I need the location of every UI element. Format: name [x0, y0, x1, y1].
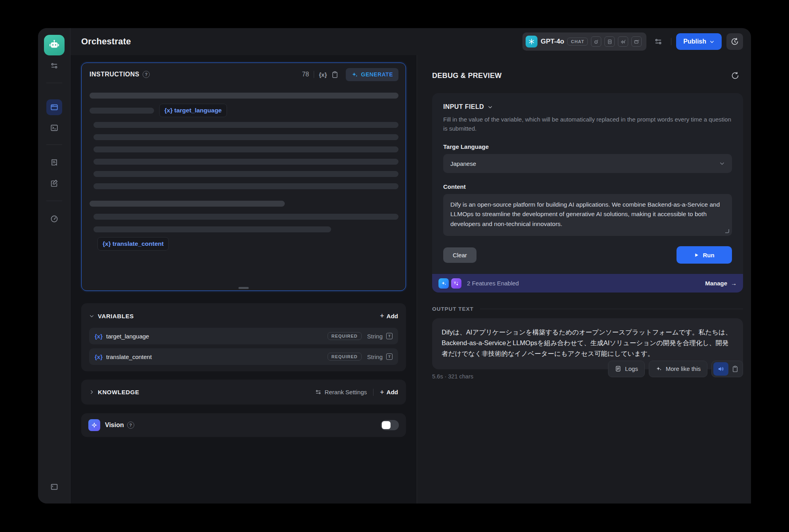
content-label: Content — [443, 183, 732, 190]
string-type-icon: T — [386, 333, 393, 339]
sidebar-item-annotation[interactable] — [46, 175, 62, 191]
sidebar — [38, 28, 71, 504]
text-to-speech-feature-icon: T — [451, 278, 461, 289]
plus-icon: + — [380, 312, 384, 319]
svg-text:T: T — [454, 281, 456, 285]
output-text-title: OUTPUT TEXT — [432, 306, 474, 312]
sidebar-item-terminal[interactable] — [46, 120, 62, 136]
divider — [480, 309, 743, 309]
target-language-label: Targe Language — [443, 143, 732, 150]
sidebar-item-monitoring[interactable] — [46, 211, 62, 227]
model-mode-badge: CHAT — [567, 38, 588, 46]
content-textarea[interactable]: Dify is an open-source platform for buil… — [443, 194, 732, 236]
output-text-value: Difyは、AIアプリケーションを構築するためのオープンソースプラットフォームで… — [442, 329, 732, 357]
logs-button[interactable]: Logs — [608, 361, 645, 377]
variable-row[interactable]: {x}translate_contentREQUIREDStringT — [89, 348, 398, 365]
vision-icon — [88, 419, 100, 431]
content-value: Dify is an open-source platform for buil… — [450, 201, 720, 227]
left-canvas: INSTRUCTIONS ? 78 {x} — [71, 55, 417, 504]
input-field-title: INPUT FIELD — [443, 103, 484, 110]
collapse-panel-icon[interactable] — [46, 479, 62, 495]
history-icon[interactable] — [726, 33, 743, 50]
run-button[interactable]: Run — [677, 246, 732, 264]
variable-type: String — [367, 353, 383, 360]
arrow-right-icon: → — [731, 280, 737, 287]
add-knowledge-button[interactable]: + Add — [380, 389, 398, 396]
required-badge: REQUIRED — [328, 332, 362, 340]
play-icon — [694, 253, 699, 258]
audio-actions-group — [711, 361, 743, 377]
variable-brace-icon: {x} — [95, 333, 103, 340]
divider — [314, 71, 314, 78]
app-avatar[interactable] — [44, 35, 65, 55]
prompt-skeleton-line — [93, 226, 331, 232]
prompt-skeleton-line — [90, 108, 154, 114]
clipboard-icon[interactable] — [732, 365, 739, 372]
clear-button[interactable]: Clear — [443, 247, 476, 263]
more-like-this-button[interactable]: More like this — [649, 361, 707, 377]
variable-name: translate_content — [106, 353, 328, 360]
model-params-icon[interactable] — [650, 34, 666, 49]
sidebar-item-orchestrate[interactable] — [46, 99, 62, 115]
generate-button[interactable]: GENERATE — [346, 68, 398, 81]
manage-features-button[interactable]: Manage → — [705, 280, 737, 287]
debug-panel: DEBUG & PREVIEW INPUT FIELD Fill in the … — [417, 55, 751, 504]
input-field-header[interactable]: INPUT FIELD — [443, 103, 732, 110]
sparkles-icon — [351, 71, 358, 78]
app-header: Orchestrate GPT-4o CHAT — [71, 28, 751, 55]
refresh-icon[interactable] — [727, 68, 743, 84]
prompt-skeleton-line — [93, 159, 398, 165]
resize-corner-icon[interactable] — [725, 229, 729, 233]
variables-section: VARIABLES + Add {x}target_languageREQUIR… — [81, 303, 406, 371]
vision-capability-icon — [591, 36, 601, 47]
chevron-down-icon — [709, 39, 715, 44]
audio-capability-icon — [618, 36, 628, 47]
variable-name: target_language — [106, 333, 328, 340]
chevron-down-icon — [488, 104, 493, 110]
variable-row[interactable]: {x}target_languageREQUIREDStringT — [89, 328, 398, 344]
divider — [46, 201, 62, 201]
clipboard-icon[interactable] — [328, 66, 341, 82]
input-field-card: INPUT FIELD Fill in the value of the var… — [432, 93, 743, 293]
divider — [671, 38, 671, 45]
variables-list: {x}target_languageREQUIREDStringT{x}tran… — [89, 328, 398, 365]
chevron-down-icon[interactable] — [89, 314, 94, 319]
knowledge-title: KNOWLEDGE — [98, 389, 139, 395]
document-capability-icon — [604, 36, 615, 47]
variable-chip-translate-content[interactable]: {x} translate_content — [97, 237, 169, 251]
speaker-icon[interactable] — [713, 362, 728, 376]
model-selector[interactable]: GPT-4o CHAT — [522, 32, 646, 51]
tune-icon[interactable] — [46, 58, 62, 74]
logs-icon — [615, 365, 621, 372]
publish-button[interactable]: Publish — [676, 33, 722, 50]
chevron-down-icon — [719, 161, 725, 166]
rerank-settings-button[interactable]: Rerank Settings — [315, 389, 367, 395]
target-language-select[interactable]: Japanese — [443, 154, 732, 173]
help-icon[interactable]: ? — [143, 71, 150, 78]
chevron-right-icon[interactable] — [89, 390, 94, 395]
divider — [46, 83, 62, 83]
app-window: Orchestrate GPT-4o CHAT — [38, 28, 751, 504]
debug-title: DEBUG & PREVIEW — [432, 72, 727, 80]
video-capability-icon — [631, 36, 642, 47]
features-enabled-text: 2 Features Enabled — [467, 280, 705, 287]
variable-chip-target-language[interactable]: {x} target_language — [159, 104, 227, 117]
variable-brace-icon[interactable]: {x} — [319, 71, 327, 78]
variable-type: String — [367, 333, 383, 340]
char-count: 78 — [302, 71, 309, 78]
vision-toggle[interactable] — [381, 420, 399, 430]
input-field-description: Fill in the value of the variable, which… — [443, 115, 732, 133]
prompt-skeleton-line — [90, 93, 398, 99]
robot-icon — [48, 39, 60, 51]
add-variable-button[interactable]: + Add — [380, 312, 398, 319]
resize-handle[interactable] — [238, 287, 249, 289]
output-stats: 5.6s · 321 chars — [432, 373, 473, 380]
page-title: Orchestrate — [81, 36, 131, 47]
sidebar-item-logs[interactable] — [46, 155, 62, 171]
target-language-value: Japanese — [450, 160, 719, 167]
help-icon[interactable]: ? — [127, 422, 134, 429]
features-bar[interactable]: T 2 Features Enabled Manage → — [432, 274, 743, 293]
model-name: GPT-4o — [541, 38, 564, 46]
instructions-panel: INSTRUCTIONS ? 78 {x} — [81, 63, 406, 291]
divider — [373, 389, 374, 396]
